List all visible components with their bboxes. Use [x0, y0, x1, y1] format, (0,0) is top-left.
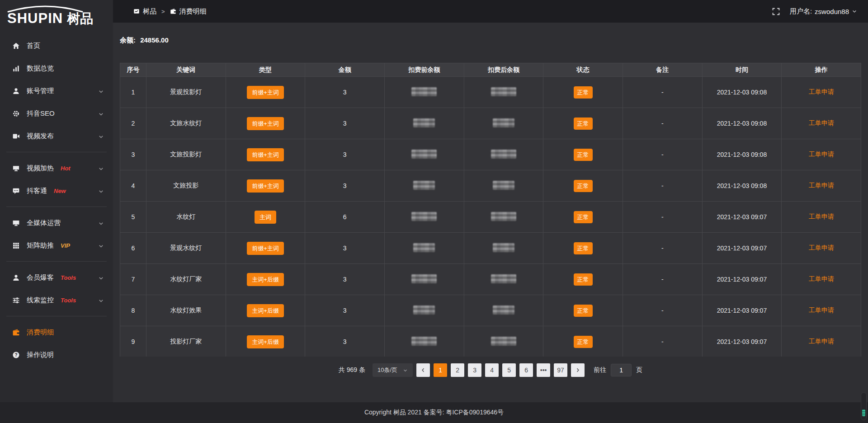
- page-size-value: 10条/页: [377, 366, 397, 374]
- sidebar-item-账号管理[interactable]: 账号管理: [0, 80, 113, 102]
- amount-cell-container: 3: [305, 233, 385, 264]
- type-badge-container: 主词+后缀: [226, 264, 305, 295]
- ticket-apply-link[interactable]: 工单申请: [809, 244, 834, 251]
- page-number-buttons: 123456•••97: [434, 363, 567, 377]
- remark-cell: -: [661, 244, 664, 252]
- goto-page-input[interactable]: [611, 364, 632, 376]
- balance-after-censored-container: [464, 295, 543, 326]
- column-header: 状态: [543, 63, 623, 77]
- ticket-apply-link-container: 工单申请: [782, 108, 861, 139]
- page-button-4[interactable]: 4: [485, 363, 499, 377]
- sidebar-item-线索监控[interactable]: 线索监控Tools: [0, 289, 113, 311]
- sidebar-item-操作说明[interactable]: ?操作说明: [0, 343, 113, 366]
- next-page-button[interactable]: [571, 363, 585, 377]
- amount-cell-container: 3: [305, 264, 385, 295]
- chevron-down-icon: [403, 368, 408, 373]
- balance-before-censored-container: [384, 233, 464, 264]
- ticket-apply-link[interactable]: 工单申请: [809, 338, 834, 345]
- question-icon: ?: [12, 351, 20, 359]
- app-window: SHUPIN 树品 首页数据总览账号管理抖音SEO视频发布视频加热Hot抖客通N…: [0, 0, 868, 423]
- balance-before-censored: [413, 181, 435, 190]
- type-badge: 主词+后缀: [247, 273, 284, 286]
- status-badge-container: 正常: [543, 108, 623, 139]
- sidebar-item-label: 会员爆客: [27, 273, 54, 282]
- remark-cell: -: [661, 120, 664, 127]
- breadcrumb-item-current[interactable]: 消费明细: [170, 7, 207, 16]
- sidebar-item-全媒体运营[interactable]: 全媒体运营: [0, 212, 113, 234]
- ticket-apply-link[interactable]: 工单申请: [809, 275, 834, 282]
- balance-before-censored: [413, 306, 435, 315]
- goto-suffix: 页: [636, 366, 642, 374]
- ticket-apply-link[interactable]: 工单申请: [809, 119, 834, 127]
- table-row: 4文旅投影前缀+主词3正常-2021-12-03 09:08工单申请: [120, 170, 861, 202]
- balance-after-censored-container: [464, 77, 543, 108]
- keyword-cell-container: 水纹灯厂家: [146, 264, 226, 295]
- page-button-5[interactable]: 5: [502, 363, 516, 377]
- sidebar-item-抖客通[interactable]: 抖客通New: [0, 179, 113, 202]
- balance-after-censored: [491, 150, 516, 159]
- time-cell-container: 2021-12-03 09:08: [702, 77, 782, 108]
- page-scrollbar[interactable]: [861, 392, 867, 420]
- time-cell: 2021-12-03 09:08: [717, 182, 767, 189]
- balance-before-censored: [411, 337, 437, 346]
- page-size-select[interactable]: 10条/页: [373, 363, 413, 377]
- keyword-cell-container: 文旅水纹灯: [146, 108, 226, 139]
- sidebar-item-矩阵助推[interactable]: 矩阵助推VIP: [0, 234, 113, 257]
- amount-cell: 3: [343, 244, 347, 252]
- balance-after-censored: [491, 274, 516, 283]
- balance-before-censored: [411, 274, 437, 283]
- page-button-6[interactable]: 6: [519, 363, 533, 377]
- keyword-cell-container: 景观水纹灯: [146, 233, 226, 264]
- row-index-cell: 8: [132, 307, 135, 314]
- time-cell: 2021-12-03 09:07: [717, 307, 767, 314]
- page-button-3[interactable]: 3: [468, 363, 481, 377]
- table-row: 5水纹灯主词6正常-2021-12-03 09:07工单申请: [120, 202, 861, 233]
- sidebar-item-首页[interactable]: 首页: [0, 34, 113, 57]
- sidebar-item-抖音SEO[interactable]: 抖音SEO: [0, 102, 113, 125]
- user-menu[interactable]: 用户名: zswodun88: [790, 7, 857, 16]
- breadcrumb-separator: >: [161, 8, 165, 15]
- balance-before-censored-container: [384, 170, 464, 202]
- ticket-apply-link-container: 工单申请: [782, 202, 861, 233]
- keyword-cell: 水纹灯: [176, 213, 195, 220]
- row-index-cell: 3: [132, 151, 135, 158]
- page-button-1[interactable]: 1: [434, 363, 447, 377]
- ticket-apply-link[interactable]: 工单申请: [809, 213, 834, 220]
- ticket-apply-link[interactable]: 工单申请: [809, 182, 834, 189]
- balance-after-censored: [491, 87, 516, 96]
- balance-before-censored-container: [384, 108, 464, 139]
- row-index-cell-container: 4: [120, 170, 146, 202]
- pagination-total: 共 969 条: [339, 366, 365, 374]
- logo-arc: [6, 5, 84, 13]
- sidebar-item-label: 数据总览: [27, 64, 54, 73]
- sidebar-item-会员爆客[interactable]: 会员爆客Tools: [0, 266, 113, 289]
- row-index-cell: 5: [132, 213, 135, 221]
- page-button-97[interactable]: 97: [554, 363, 567, 377]
- status-badge-container: 正常: [543, 202, 623, 233]
- fullscreen-icon[interactable]: [772, 8, 780, 15]
- amount-cell-container: 3: [305, 77, 385, 108]
- sidebar-item-视频发布[interactable]: 视频发布: [0, 125, 113, 147]
- ticket-apply-link-container: 工单申请: [782, 170, 861, 202]
- table-body: 1景观投影灯前缀+主词3正常-2021-12-03 09:08工单申请2文旅水纹…: [120, 77, 861, 357]
- sidebar-item-label: 账号管理: [27, 87, 54, 95]
- type-badge: 主词+后缀: [247, 304, 284, 317]
- sidebar-item-消费明细[interactable]: 消费明细: [0, 321, 113, 343]
- main-column: 树品 > 消费明细 用户名: zswodun88: [113, 0, 868, 402]
- keyword-cell-container: 水纹灯效果: [146, 295, 226, 326]
- ticket-apply-link[interactable]: 工单申请: [809, 306, 834, 314]
- user-icon: [12, 274, 20, 282]
- ticket-apply-link[interactable]: 工单申请: [809, 88, 834, 95]
- time-cell-container: 2021-12-03 09:08: [702, 139, 782, 170]
- chat-icon: [12, 187, 20, 195]
- breadcrumb-item-home[interactable]: 树品: [133, 7, 156, 16]
- more-pages-button[interactable]: •••: [537, 363, 550, 377]
- sidebar-item-tag: Tools: [61, 297, 76, 304]
- prev-page-button[interactable]: [416, 363, 430, 377]
- table-row: 2文旅水纹灯前缀+主词3正常-2021-12-03 09:08工单申请: [120, 108, 861, 139]
- sidebar-item-数据总览[interactable]: 数据总览: [0, 57, 113, 80]
- page-button-2[interactable]: 2: [451, 363, 464, 377]
- ticket-apply-link[interactable]: 工单申请: [809, 150, 834, 158]
- type-badge: 主词+后缀: [247, 335, 284, 348]
- sidebar-item-视频加热[interactable]: 视频加热Hot: [0, 157, 113, 179]
